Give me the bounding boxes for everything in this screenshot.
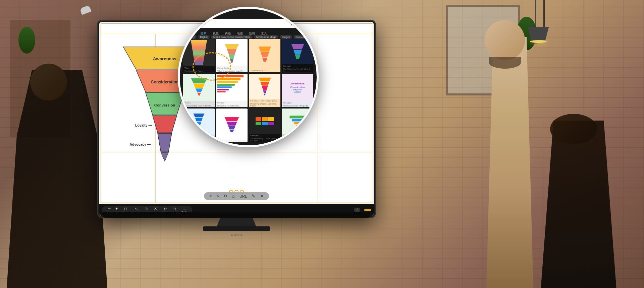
svg-marker-21 [191, 78, 207, 83]
monitor-base [203, 226, 270, 231]
result-4[interactable]: Semrush The Marketing Funnel: What It I.… [282, 39, 313, 72]
result-10[interactable] [216, 109, 248, 142]
result-9[interactable]: ...Funnel Semrush The Marketing Funnel: … [183, 109, 215, 142]
svg-marker-8 [158, 133, 172, 152]
google-search-bar: Google 🎤 🔍 🔍 [186, 19, 310, 28]
svg-marker-26 [260, 82, 269, 86]
svg-text:Conversion: Conversion [154, 103, 175, 107]
svg-marker-32 [197, 122, 202, 125]
svg-marker-20 [295, 55, 300, 59]
svg-rect-38 [289, 116, 306, 118]
result-11[interactable]: Semrush The Marketing Funnel: What It Is… [249, 109, 280, 142]
svg-marker-24 [197, 92, 201, 95]
person-right-2 [533, 114, 627, 288]
svg-marker-37 [230, 130, 234, 132]
svg-marker-28 [263, 90, 267, 93]
nav-edit[interactable]: ✎ [252, 194, 255, 199]
search-btn[interactable]: 🔍 [303, 22, 307, 25]
svg-text:Loyalty —: Loyalty — [135, 124, 152, 127]
search-icons: 🎤 🔍 🔍 [290, 22, 307, 25]
svg-marker-12 [227, 49, 236, 54]
nav-url[interactable]: URL [239, 194, 247, 198]
svg-marker-19 [293, 50, 302, 55]
security-camera-left [80, 7, 91, 13]
canvas-nav-bar: < > ↻ ⌂ URL ✎ ✕ [204, 192, 269, 200]
nav-refresh[interactable]: ↻ [224, 194, 227, 199]
svg-text:Advocacy —: Advocacy — [130, 143, 151, 146]
plant-left [18, 27, 35, 54]
nav-close[interactable]: ✕ [260, 194, 264, 199]
result-1[interactable]: Wish The Marketing Fun... [183, 39, 215, 72]
add-btn[interactable] [364, 209, 371, 211]
svg-marker-15 [258, 47, 271, 52]
svg-marker-30 [193, 114, 204, 117]
svg-marker-35 [226, 122, 237, 125]
svg-marker-17 [262, 58, 267, 62]
svg-marker-25 [258, 78, 271, 81]
google-logo: Google [190, 21, 204, 26]
result-7[interactable]: Full-service marketing agency Designing … [249, 74, 280, 107]
svg-marker-6 [153, 116, 177, 133]
nav-home[interactable]: ⌂ [232, 194, 235, 199]
svg-text:Awareness: Awareness [153, 56, 176, 61]
svg-text:Consideration: Consideration [151, 80, 179, 84]
result-2[interactable]: Sprout Social What is a marketing funnel… [216, 39, 248, 72]
svg-marker-29 [264, 94, 266, 96]
svg-marker-11 [225, 44, 239, 49]
nav-prev[interactable]: < [209, 194, 212, 199]
result-5[interactable]: Brafton The Marketing Funnel: What I... [183, 74, 215, 107]
result-12[interactable]: Blue Paradigm Group Marketing Funnel vs … [282, 109, 313, 142]
svg-rect-41 [296, 125, 300, 127]
google-search-overlay: Google 🎤 🔍 🔍 全部 图片 视频 购物 地图 新闻 工具 Journe… [178, 7, 319, 147]
svg-marker-33 [198, 125, 200, 128]
svg-marker-36 [228, 126, 235, 129]
lens-icon[interactable]: 🔍 [297, 22, 301, 25]
svg-marker-34 [225, 117, 239, 121]
svg-marker-23 [195, 88, 203, 92]
svg-marker-18 [291, 44, 304, 49]
nav-next[interactable]: > [217, 194, 219, 199]
svg-marker-27 [262, 86, 268, 90]
monitor-bottom-brand: ▲ neova [230, 233, 243, 236]
svg-marker-10 [161, 152, 169, 161]
page-counter: / [354, 208, 360, 212]
result-8[interactable]: Awareness Consideration Decision Action … [282, 74, 313, 107]
mic-icon[interactable]: 🎤 [290, 22, 294, 25]
svg-marker-13 [229, 54, 235, 59]
svg-rect-40 [294, 122, 301, 124]
neova-brand-bar [103, 212, 370, 218]
result-3[interactable]: The Marketing Fun... [249, 39, 280, 72]
svg-rect-39 [292, 119, 303, 121]
svg-marker-16 [260, 52, 269, 57]
svg-marker-14 [230, 59, 233, 63]
svg-marker-22 [193, 83, 205, 88]
svg-marker-31 [195, 118, 203, 122]
page-nav: / [354, 208, 371, 212]
result-6[interactable]: Medium Marketing Funnel for Bu... [216, 74, 248, 107]
search-results-grid: Wish The Marketing Fun... Sprout Social … [183, 39, 313, 142]
